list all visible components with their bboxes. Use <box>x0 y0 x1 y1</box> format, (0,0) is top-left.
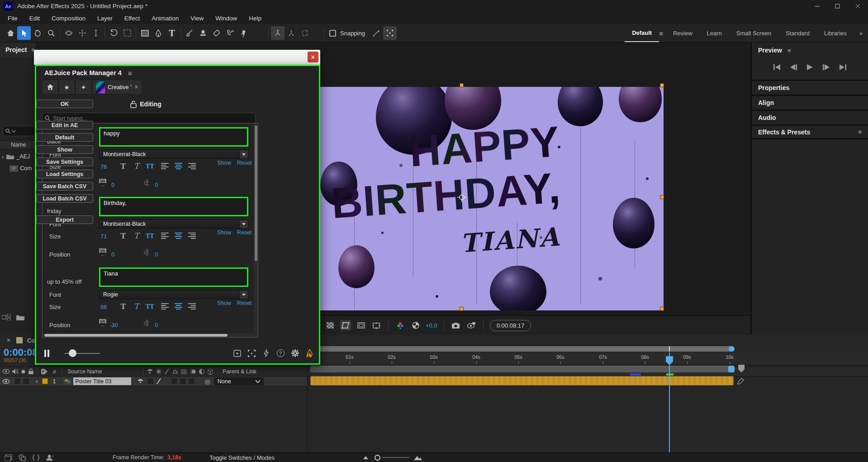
reset-link[interactable]: Reset <box>237 300 252 306</box>
current-time-display[interactable]: 0:00:08 <box>4 347 38 358</box>
selection-handle[interactable] <box>460 307 464 311</box>
menu-composition[interactable]: Composition <box>46 12 91 24</box>
italic-icon[interactable]: T <box>134 302 139 311</box>
exposure-value[interactable]: +0,0 <box>426 322 437 329</box>
roto-brush-tool-icon[interactable] <box>223 26 237 40</box>
show-link[interactable]: Show <box>217 300 231 306</box>
align-center-icon[interactable] <box>175 163 182 169</box>
layer-duration-bar[interactable] <box>310 376 734 386</box>
performance-icon[interactable] <box>260 348 272 359</box>
bold-icon[interactable]: T <box>120 162 126 171</box>
parent-link-dropdown[interactable]: None <box>214 377 264 386</box>
comp-tab-close-icon[interactable]: ✕ <box>6 337 11 343</box>
project-panel-title[interactable]: Project <box>5 46 27 53</box>
font-dropdown[interactable]: Montserrat-Black <box>99 219 248 229</box>
project-settings-icon[interactable] <box>5 454 12 461</box>
close-button[interactable] <box>848 0 868 13</box>
user-account-icon[interactable] <box>46 454 54 461</box>
tracking-value[interactable]: 0 <box>111 181 114 188</box>
layer-frame-blend-switch[interactable] <box>171 378 178 385</box>
pack-tab-close-icon[interactable]: ✕ <box>134 84 138 90</box>
text-field[interactable]: happy <box>99 127 248 147</box>
menu-window[interactable]: Window <box>209 12 243 24</box>
comp-marker-bin-icon[interactable] <box>738 365 745 372</box>
menu-file[interactable]: File <box>2 12 24 24</box>
leading-value[interactable]: 0 <box>155 251 158 258</box>
layer-expander-icon[interactable]: › <box>36 378 38 385</box>
aejuice-home-button[interactable] <box>42 80 58 95</box>
snap-beyond-edges-icon[interactable] <box>383 26 397 40</box>
layer-marker-blue[interactable] <box>630 373 641 376</box>
align-center-icon[interactable] <box>175 233 182 239</box>
selection-handle[interactable] <box>660 83 664 87</box>
exposure-icon[interactable] <box>410 320 421 330</box>
aejuice-window-titlebar[interactable]: ✕ <box>34 50 320 65</box>
puppet-pin-tool-icon[interactable] <box>237 26 251 40</box>
show-link[interactable]: Show <box>217 229 231 236</box>
vertex-bezier-tool-icon[interactable] <box>285 26 298 40</box>
text-field[interactable]: Tiana <box>99 267 248 287</box>
parent-pickwhip-icon[interactable]: ◎ <box>205 378 210 385</box>
project-item-folder[interactable]: › _AEJ <box>0 151 36 162</box>
menu-effect[interactable]: Effect <box>119 12 146 24</box>
align-left-icon[interactable] <box>161 163 169 169</box>
play-button[interactable] <box>807 64 813 70</box>
show-snapshot-icon[interactable] <box>466 320 477 330</box>
bold-icon[interactable]: T <box>120 302 126 311</box>
layer-marker-green[interactable] <box>666 373 674 376</box>
menu-view[interactable]: View <box>185 12 209 24</box>
brush-tool-icon[interactable] <box>183 26 196 40</box>
comp-tab-label[interactable]: Co <box>27 337 35 344</box>
layer-3d-switch[interactable] <box>188 378 195 385</box>
font-dropdown[interactable]: Rogie <box>99 290 248 299</box>
scrub-slider-knob[interactable] <box>69 349 76 357</box>
leading-value[interactable]: 0 <box>155 181 158 188</box>
home-tool-icon[interactable] <box>4 26 17 40</box>
italic-icon[interactable]: T <box>134 162 139 171</box>
vertex-normal-tool-icon[interactable] <box>271 26 285 40</box>
edit-in-ae-button[interactable]: Edit in AE <box>36 121 93 129</box>
anchor-point-icon[interactable] <box>457 193 466 202</box>
pen-tool-icon[interactable] <box>152 26 165 40</box>
load-batch-csv-button[interactable]: Load Batch CSV <box>36 194 93 203</box>
panel-tab-audio[interactable]: Audio <box>752 110 868 124</box>
workspace-tab-small-screen[interactable]: Small Screen <box>729 24 778 42</box>
aejuice-pack-tab[interactable]: Creative Title ✕ <box>92 80 142 95</box>
project-item-comp[interactable]: Com <box>0 163 36 174</box>
layer-quality-switch[interactable] <box>157 378 161 384</box>
clone-stamp-tool-icon[interactable] <box>196 26 210 40</box>
size-value[interactable]: 76 <box>100 163 107 170</box>
pencil-icon[interactable] <box>737 378 744 385</box>
align-right-icon[interactable] <box>188 163 196 169</box>
menu-help[interactable]: Help <box>243 12 267 24</box>
italic-icon[interactable]: T <box>134 231 139 240</box>
layer-solo-toggle[interactable] <box>23 378 29 385</box>
aejuice-menu-icon[interactable]: ≡ <box>128 69 132 77</box>
minimize-button[interactable] <box>807 0 827 13</box>
snapping-checkbox[interactable] <box>326 26 339 40</box>
layer-collapse-switch[interactable] <box>147 378 154 385</box>
tracking-value[interactable]: 0 <box>111 251 114 258</box>
caps-icon[interactable]: TT <box>146 303 154 310</box>
align-right-icon[interactable] <box>188 303 196 310</box>
default-button[interactable]: Default <box>36 133 93 142</box>
snap-along-edges-icon[interactable] <box>370 26 383 40</box>
layer-name[interactable]: Poster Title 03 <box>73 377 131 385</box>
navigator-end-handle[interactable] <box>729 346 735 352</box>
selection-handle[interactable] <box>460 83 464 87</box>
timeline-navigator-bar[interactable] <box>310 346 734 352</box>
zoom-in-mountain-icon[interactable] <box>414 455 422 460</box>
snapshot-camera-icon[interactable] <box>451 320 461 330</box>
preview-panel-menu-icon[interactable]: ≡ <box>787 47 791 54</box>
time-ruler[interactable]: 01s 02s 03s 04s 05s 06s 07s 08s 09s 10s <box>308 352 868 365</box>
layer-motion-blur-switch[interactable] <box>180 378 186 385</box>
caps-icon[interactable]: TT <box>146 233 154 239</box>
preview-panel-title[interactable]: Preview <box>758 47 782 54</box>
panel-tab-effects-presets[interactable]: Effects & Presets ≡ <box>752 124 868 139</box>
align-center-icon[interactable] <box>175 303 182 310</box>
pause-button[interactable] <box>41 348 52 359</box>
region-of-interest-icon[interactable] <box>356 320 366 330</box>
panel-tab-align[interactable]: Align <box>752 95 868 110</box>
fit-region-icon[interactable] <box>246 348 257 359</box>
project-name-header[interactable]: Name <box>11 142 26 148</box>
